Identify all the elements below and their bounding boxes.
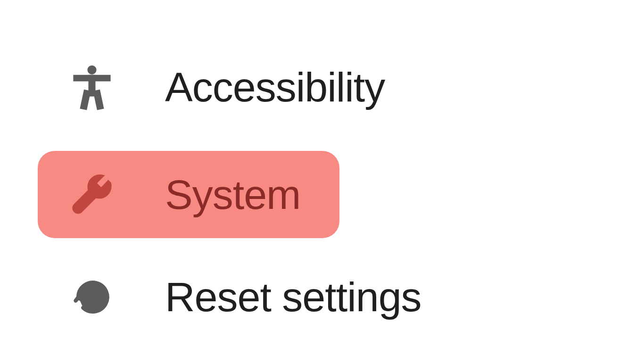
menu-item-label: Accessibility bbox=[165, 66, 385, 108]
menu-item-label: System bbox=[165, 174, 300, 215]
svg-rect-3 bbox=[81, 91, 90, 109]
menu-item-label: Reset settings bbox=[165, 276, 421, 318]
accessibility-icon bbox=[66, 61, 118, 113]
settings-menu: Accessibility System Reset settings bbox=[0, 0, 644, 332]
menu-item-reset-settings[interactable]: Reset settings bbox=[38, 262, 339, 332]
wrench-icon bbox=[66, 169, 118, 221]
svg-rect-4 bbox=[94, 91, 103, 109]
svg-point-0 bbox=[89, 66, 96, 74]
menu-item-accessibility[interactable]: Accessibility bbox=[38, 52, 339, 123]
history-icon bbox=[66, 271, 118, 323]
menu-item-system[interactable]: System bbox=[38, 151, 339, 238]
